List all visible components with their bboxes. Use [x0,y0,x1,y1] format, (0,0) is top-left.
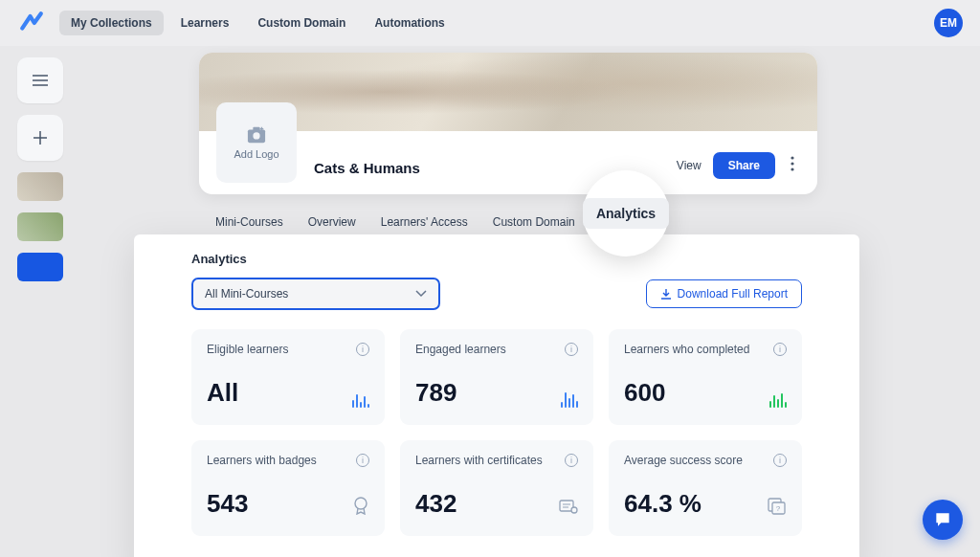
bars-icon [352,390,369,408]
analytics-title: Analytics [191,252,802,266]
svg-text:?: ? [776,504,781,513]
metric-label: Engaged learners [415,343,506,356]
chat-widget-button[interactable] [923,500,963,540]
chat-icon [933,510,952,529]
view-link[interactable]: View [677,159,702,172]
more-options-button[interactable] [787,152,798,179]
dropdown-selected-label: All Mini-Courses [205,287,288,301]
collection-header-card: Add Logo Cats & Humans View Share [199,53,817,194]
score-icon: ? [768,498,787,519]
metric-value: 64.3 % [624,489,702,519]
nav-automations[interactable]: Automations [363,11,456,35]
info-icon[interactable]: i [356,343,369,356]
svg-point-1 [253,132,259,139]
certificate-icon [559,500,578,519]
add-logo-label: Add Logo [234,148,278,160]
course-filter-dropdown[interactable]: All Mini-Courses [191,278,440,310]
metric-value: 600 [624,378,665,408]
nav-my-collections[interactable]: My Collections [59,11,164,35]
app-logo[interactable] [17,9,46,37]
camera-icon [246,125,267,145]
metric-label: Eligible learners [207,343,288,356]
metric-label: Learners with badges [207,454,317,467]
add-button[interactable] [17,115,63,161]
tab-overview[interactable]: Overview [306,212,358,233]
metric-value: All [207,378,238,408]
tab-learners-access[interactable]: Learners' Access [379,212,470,233]
metric-label: Average success score [624,454,743,467]
svg-point-4 [791,162,793,165]
metric-engaged-learners: Engaged learners i 789 [400,329,593,425]
download-icon [660,288,672,300]
download-report-button[interactable]: Download Full Report [646,279,802,308]
info-icon[interactable]: i [773,454,787,467]
bars-icon [561,390,578,408]
add-logo-button[interactable]: Add Logo [216,102,297,183]
info-icon[interactable]: i [565,343,578,356]
tab-analytics[interactable]: Analytics [583,198,669,229]
collection-tabs: Mini-Courses Overview Learners' Access C… [213,212,817,233]
nav-custom-domain[interactable]: Custom Domain [246,11,357,35]
menu-button[interactable] [17,57,63,103]
svg-rect-2 [253,127,259,132]
info-icon[interactable]: i [356,454,369,467]
top-navigation: My Collections Learners Custom Domain Au… [0,0,980,46]
chevron-down-icon [415,290,427,298]
collection-thumb-3[interactable] [17,253,63,281]
badge-icon [352,496,369,519]
svg-point-3 [791,156,793,159]
info-icon[interactable]: i [565,454,578,467]
collection-title: Cats & Humans [314,160,420,176]
analytics-panel: Analytics All Mini-Courses Download Full… [134,234,859,557]
metric-value: 432 [415,489,457,519]
user-avatar[interactable]: EM [934,9,963,37]
metric-success-score: Average success score i 64.3 % ? [609,440,802,536]
nav-learners[interactable]: Learners [169,11,241,35]
svg-point-6 [355,498,367,509]
metric-learners-badges: Learners with badges i 543 [191,440,385,536]
metric-label: Learners with certificates [415,454,543,467]
analytics-tab-highlight: Analytics [583,170,669,256]
kebab-icon [791,156,794,171]
collection-thumb-2[interactable] [17,212,63,241]
svg-point-5 [791,167,793,170]
metric-eligible-learners: Eligible learners i All [191,329,385,425]
metric-value: 543 [207,489,248,519]
tab-mini-courses[interactable]: Mini-Courses [213,212,285,233]
collection-thumb-1[interactable] [17,172,63,201]
metric-learners-certificates: Learners with certificates i 432 [400,440,593,536]
download-report-label: Download Full Report [678,287,788,301]
metric-value: 789 [415,378,457,408]
metric-label: Learners who completed [624,343,749,356]
side-rail [17,53,75,557]
info-icon[interactable]: i [773,343,787,356]
tab-custom-domain[interactable]: Custom Domain [491,212,577,233]
metric-completed-learners: Learners who completed i 600 [609,329,802,425]
share-button[interactable]: Share [713,152,775,179]
svg-point-8 [571,507,577,513]
bars-icon [769,390,787,408]
